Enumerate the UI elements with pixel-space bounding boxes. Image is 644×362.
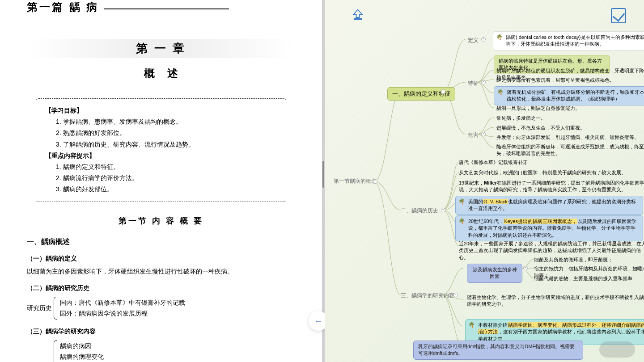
goals-label: 【学习目标】 [45,105,277,116]
content-bracket: 研究内容 龋病的病因 龋病的病理变化 龋病的形成过程 龋病的治疗方法 龋病与全身… [27,340,295,362]
chapter-title: 概述 [27,66,295,80]
hints-list: 1. 龋病的定义和特征。 2. 龋病流行病学的评价方法。 3. 龋病的好发部位。 [45,161,277,195]
collapse-toggle[interactable] [523,266,528,270]
list-item: 2. 龋病流行病学的评价方法。 [56,173,277,184]
leaf-node[interactable]: 随着生物化学、生理学，分子生物学研究领域的进展，新的技术手段不断被引入龋病学的研… [467,294,644,308]
floating-pill[interactable] [599,341,635,358]
leaf-node[interactable]: 细菌代谢的底物，主要是蔗糖的摄入量和频率 [534,275,644,282]
leaf-node[interactable]: 🌴 龋病( dental caries or tooth decay)是在以细菌… [493,31,644,51]
leaf-node[interactable]: 涉及龋病发生的多种因素 [467,264,522,283]
list-item: 1. 掌握龋病、患病率、发病率及龋均的概念。 [56,116,277,127]
list-item: 国外：龋病病因学说的发展历程 [60,308,185,319]
part-title: 第一篇 龋 病 [27,0,99,14]
leaf-node[interactable]: 龋洞一旦形成，则缺乏自身修复能力。 [496,105,644,112]
pin-icon: 🌴 [468,321,475,328]
list-item: 龋病的病因 [60,341,123,352]
goals-list: 1. 掌握龋病、患病率、发病率及龋均的概念。 2. 熟悉龋病的好发部位。 3. … [45,116,277,150]
leaf-node[interactable]: 继之病变部位有色素沉着，局部可呈黄褐色或棕褐色。 [496,77,644,84]
objectives-box: 【学习目标】 1. 掌握龋病、患病率、发病率及龋均的概念。 2. 熟悉龋病的好发… [36,98,286,202]
list-item: 2. 熟悉龋病的好发部位。 [56,127,277,139]
node-label[interactable]: 定义 [468,37,479,44]
arrow-left-icon: ← [314,316,323,326]
heading-2: （二）龋病的研究历史 [27,284,295,292]
history-bracket: 研究历史 国内：唐代《新修本草》中有银膏补牙的记载 国外：龋病病因学说的发展历程 [27,297,295,320]
pin-icon: 🌴 [458,198,466,205]
chapter-number: 第 一 章 [27,39,295,58]
branch-node[interactable]: 二、龋病的历史 [401,207,438,215]
leaf-node[interactable]: 细菌及其所处的微环境，即牙菌斑； [534,257,644,263]
root-node[interactable]: 第一节龋病的概念 [334,177,377,185]
list-item: 3. 了解龋病的历史、研究内容、流行情况及趋势。 [56,139,277,150]
heading-1: 一、龋病概述 [27,237,295,247]
list-item: 龋病的病理变化 [60,352,123,362]
leaf-node[interactable]: 并发症：向牙体深部发展，引起牙髓病、根尖周病、颌骨炎症等。 [496,134,644,141]
branch-node[interactable]: 一、龋病的定义和特征 [387,87,455,101]
bracket-label: 研究历史 [27,297,54,320]
node-label[interactable]: 特征 [468,80,479,87]
pin-icon: 🌴 [496,34,503,41]
section-title: 第一节 内 容 概 要 [27,215,295,226]
leaf-node[interactable]: 🌴 美国的G. V. Black也就病病理及临床问题作了系列研究，他提出的窝洞分… [455,196,643,215]
collapse-toggle[interactable] [441,208,445,212]
leaf-node[interactable]: 19世纪末，Miller在德国进行了一系列细菌学研究，提出了解释龋病病因的化学细… [459,180,644,194]
branch-node[interactable]: 三、龋病学的研究内容 [401,292,454,299]
leaf-node[interactable]: 随着牙体使组织的不断破坏，可逐渐造成牙冠缺损，成为残根，终至牙缺失，破坏咀嚼器官… [496,143,644,157]
pin-icon: 🌴 [458,218,466,225]
node-label[interactable]: 危害 [468,131,479,139]
list-item: 1. 龋病的定义和特征。 [56,161,277,173]
brace-icon [54,340,57,362]
part-header: 第一篇 龋 病 [27,0,295,14]
heading-2: （三）龋病学的研究内容 [27,328,295,336]
document-panel: 第一篇 龋 病 第 一 章 概述 【学习目标】 1. 掌握龋病、患病率、发病率及… [0,0,322,362]
mindmap-panel[interactable]: 第一节龋病的概念 一、龋病的定义和特征 定义 🌴 龋病( dental cari… [325,0,644,362]
body-text: 以细菌为主的多因素影响下，牙体硬组织发生慢性进行性破坏的一种疾病。 [27,266,295,276]
collapse-toggle[interactable] [481,132,486,136]
hints-label: 【重点内容提示】 [45,150,277,161]
collapse-toggle[interactable] [481,80,486,84]
leaf-node[interactable]: 常见病，多发病之一。 [496,115,644,122]
leaf-node[interactable]: 唐代《新修本草》记载银膏补牙 [459,159,615,166]
leaf-node[interactable]: 🌴 随着无机成分脱矿、有机成分破坏分解的不断进行，釉质和牙本质疏松软化，最终发生… [494,86,644,105]
leaf-node[interactable]: 乳牙的龋病记录可采用dmf指数，其内容和意义与DMF指数相同。视需要可选用dmf… [413,341,583,360]
bracket-label: 研究内容 [27,340,54,362]
leaf-node[interactable]: 从文艺复兴时代起，欧洲的口腔医学，特别是关于龋病的研究有了较大发展。 [459,169,644,176]
pin-icon: 🌴 [497,88,504,96]
mindmap-canvas[interactable]: 第一节龋病的概念 一、龋病的定义和特征 定义 🌴 龋病( dental cari… [325,0,644,362]
collapse-toggle[interactable] [453,293,458,297]
heading-2: （一）龋病的定义 [27,255,295,263]
leaf-node[interactable]: 进展缓慢，不危及生命，不受人们重视。 [496,125,644,131]
list-item: 国内：唐代《新修本草》中有银膏补牙的记载 [60,298,185,308]
collapse-toggle[interactable] [441,89,445,94]
brace-icon [54,297,57,320]
collapse-toggle[interactable] [373,179,377,184]
leaf-node[interactable]: 🌴 20世纪60年代，Keyes提出的龋病三联因素概念，以及随后发展的四联因素学… [455,215,643,241]
collapse-toggle[interactable] [481,37,486,42]
list-item: 3. 龋病的好发部位。 [56,184,277,195]
header-rule [104,8,229,9]
